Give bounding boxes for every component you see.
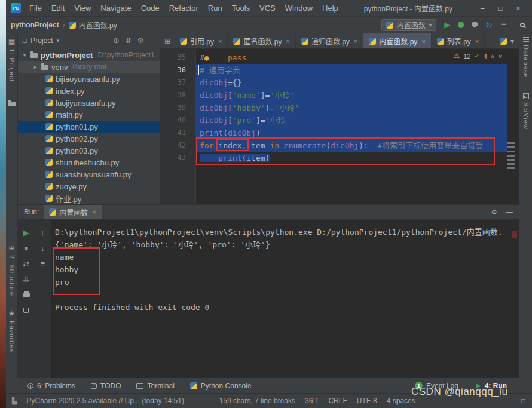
close-tab-icon[interactable]: × (421, 38, 425, 45)
menu-item-help[interactable]: Help (317, 0, 343, 17)
hidden-tabs-dropdown[interactable]: ▾ (495, 33, 519, 48)
menu-item-edit[interactable]: Edit (47, 0, 69, 17)
close-tab-icon[interactable]: × (475, 38, 479, 45)
code-line-41[interactable]: print(dicObj) (196, 127, 507, 139)
code-line-43[interactable]: print(item) (196, 152, 507, 164)
gear-icon[interactable]: ⚙ (137, 36, 144, 45)
code-line-38[interactable]: dicObj['name']='小玲' (196, 89, 507, 102)
tool-stripe-project[interactable]: ▦1: Project (8, 37, 16, 82)
tab-list-icon[interactable]: ⊞ (160, 33, 175, 48)
run-configuration-select[interactable]: 内置函数 ▾ (381, 19, 437, 31)
debug-button[interactable] (458, 22, 464, 28)
menu-item-code[interactable]: Code (136, 0, 164, 17)
chevron-icon[interactable]: ▸ (32, 64, 38, 70)
code-line-39[interactable]: dicObj['hobby']='小玲' (196, 102, 507, 114)
rerun-button[interactable]: ▶ (23, 228, 29, 237)
tree-item-luojiyunsuanfu[interactable]: luojiyunsuanfu.py (18, 97, 160, 109)
minimize-button[interactable]: – (473, 0, 491, 17)
code-line-36[interactable]: # 遍历字典 (196, 64, 507, 76)
code-line-40[interactable]: dicObj['pro']='小玲' (196, 114, 507, 127)
tree-item-python03[interactable]: python03.py (18, 145, 160, 157)
status-message[interactable]: PyCharm 2020.2.5 available // Up... (tod… (26, 397, 184, 405)
menu-item-refactor[interactable]: Refactor (164, 0, 203, 17)
menu-item-window[interactable]: Window (280, 0, 317, 17)
tool-stripe-favorites[interactable]: ★Favorites (8, 309, 16, 353)
editor-tab-yinyong[interactable]: 引用.py× (175, 33, 228, 48)
tool-button-python-console[interactable]: Python Console (190, 382, 252, 390)
code-line-42[interactable]: for index,item in enumerate(dicObj): #将索… (196, 139, 507, 152)
close-icon[interactable]: × (92, 208, 96, 216)
folder-tool-icon[interactable] (8, 102, 16, 106)
soft-wrap-icon[interactable]: ≡ (40, 259, 45, 268)
close-tab-icon[interactable]: × (218, 38, 222, 45)
tree-item-zuoye-cn[interactable]: 作业.py (18, 192, 160, 204)
status-item-4[interactable]: UTF-8 (357, 397, 377, 405)
hide-panel-button[interactable]: ─ (149, 36, 155, 45)
close-tab-icon[interactable]: × (354, 38, 357, 45)
stop-button[interactable]: ■ (24, 244, 28, 251)
print-icon[interactable] (23, 293, 30, 297)
down-stack-icon[interactable]: ↓ (41, 244, 45, 253)
commit-button[interactable]: ≣ (500, 21, 506, 29)
lock-icon[interactable]: ⊡ (521, 397, 526, 405)
close-tab-icon[interactable]: × (286, 38, 289, 45)
maximize-button[interactable]: □ (491, 0, 509, 17)
inspections-widget[interactable]: ⚠ 12 ✓ 4 ∧ ∨ (454, 52, 502, 60)
breadcrumb-file[interactable]: 内置函数.py (79, 20, 117, 30)
tree-item-index[interactable]: index.py (18, 85, 160, 97)
tree-item-zuoye[interactable]: zuoye.py (18, 180, 160, 192)
gear-icon[interactable]: ⚙ (491, 208, 497, 216)
status-item-2[interactable]: 36:1 (305, 397, 319, 405)
menu-item-navigate[interactable]: Navigate (96, 0, 136, 17)
menu-item-view[interactable]: View (69, 0, 96, 17)
tool-button-4-run[interactable]: ▶4: Run (476, 382, 507, 390)
hide-panel-icon[interactable]: — (506, 208, 513, 216)
editor-tab-niming[interactable]: 匿名函数.py× (228, 33, 295, 48)
scroll-to-end-icon[interactable]: ⇊ (23, 275, 29, 284)
update-project-button[interactable]: ↻ (485, 20, 493, 30)
expand-collapse-button[interactable]: ⇵ (126, 36, 132, 45)
run-console-output[interactable]: D:\pythonProject1\pythonProject\venv\Scr… (51, 220, 519, 378)
run-tab[interactable]: 内置函数 × (44, 205, 101, 219)
project-panel-title[interactable]: Project (30, 36, 53, 45)
menu-item-vcs[interactable]: VCS (255, 0, 280, 17)
scrollbar-marks[interactable] (507, 142, 515, 169)
menu-item-run[interactable]: Run (203, 0, 227, 17)
tree-item-venv[interactable]: ▸venvlibrary root (18, 61, 160, 73)
editor-tab-neizhi[interactable]: 内置函数.py× (363, 33, 431, 48)
tool-button-event-log[interactable]: 1Event Log (415, 382, 458, 390)
search-everywhere-button[interactable] (520, 23, 525, 27)
restore-layout-icon[interactable]: ⇄ (23, 259, 29, 268)
tool-window-toggle-icon[interactable]: ▙ (12, 397, 17, 405)
chevron-icon[interactable]: ▾ (22, 52, 27, 58)
locate-file-button[interactable]: ⊕ (114, 36, 120, 45)
code-line-37[interactable]: dicObj={} (196, 76, 507, 89)
tool-button-todo[interactable]: TODO (91, 382, 121, 390)
tool-button-terminal[interactable]: Terminal (136, 382, 174, 390)
editor-tab-digui[interactable]: 递归函数.py× (296, 33, 363, 48)
coverage-button[interactable] (472, 22, 478, 28)
tool-stripe-structure[interactable]: ⊞2: Structure (8, 244, 16, 296)
tree-item-main[interactable]: main.py (18, 109, 160, 121)
tree-item-python01[interactable]: python01.py (18, 121, 160, 133)
tree-item-suanshuyunsuanfu[interactable]: suanshuyunsuanfu.py (18, 168, 160, 180)
code-area[interactable]: #● pass# 遍历字典dicObj={}dicObj['name']='小玲… (196, 49, 519, 204)
tree-item-bijiaoyunsuanfu[interactable]: bijiaoyunsuanfu.py (18, 73, 160, 85)
next-issue-icon[interactable]: ∨ (498, 53, 502, 59)
run-button[interactable]: ▶ (444, 20, 450, 29)
clear-console-icon[interactable] (23, 308, 29, 313)
tool-stripe-database[interactable]: Database (522, 37, 530, 78)
editor-tab-liebiao[interactable]: 列表.py× (432, 33, 485, 48)
code-editor[interactable]: 353637383940414243 #● pass# 遍历字典dicObj={… (160, 49, 519, 204)
status-item-5[interactable]: 4 spaces (387, 397, 415, 405)
tool-stripe-sciview[interactable]: SciView (522, 93, 530, 130)
status-item-1[interactable]: 159 chars, 7 line breaks (219, 397, 295, 405)
chevron-down-icon[interactable]: ▾ (57, 38, 60, 44)
tree-item-python02[interactable]: python02.py (18, 133, 160, 145)
tree-item-root[interactable]: ▾pythonProjectD:\pythonProject1 (18, 49, 160, 61)
breadcrumb-project[interactable]: pythonProject (11, 21, 59, 29)
close-button[interactable]: × (509, 0, 527, 17)
menu-item-file[interactable]: File (25, 0, 47, 17)
status-item-3[interactable]: CRLF (328, 397, 347, 405)
tool-button-6-problems[interactable]: 6: Problems (27, 382, 75, 390)
